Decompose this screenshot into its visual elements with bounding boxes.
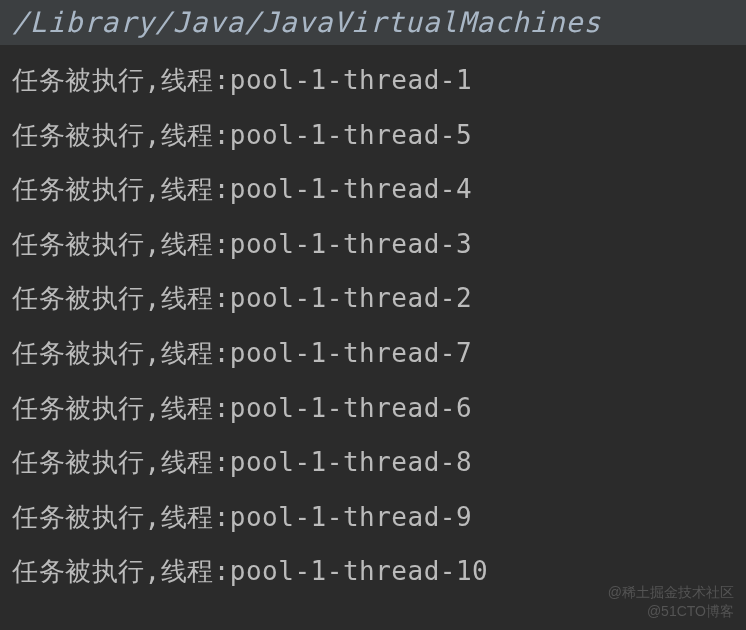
log-thread: pool-1-thread-9 [230,502,472,532]
log-prefix: 任务被执行,线程: [12,393,230,423]
log-prefix: 任务被执行,线程: [12,283,230,313]
log-thread: pool-1-thread-1 [230,65,472,95]
log-prefix: 任务被执行,线程: [12,65,230,95]
log-thread: pool-1-thread-5 [230,120,472,150]
log-line: 任务被执行,线程:pool-1-thread-7 [12,326,734,381]
console-output: 任务被执行,线程:pool-1-thread-1 任务被执行,线程:pool-1… [0,45,746,607]
log-thread: pool-1-thread-4 [230,174,472,204]
log-thread: pool-1-thread-10 [230,556,488,586]
log-prefix: 任务被执行,线程: [12,447,230,477]
log-thread: pool-1-thread-3 [230,229,472,259]
log-line: 任务被执行,线程:pool-1-thread-4 [12,162,734,217]
log-thread: pool-1-thread-6 [230,393,472,423]
log-line: 任务被执行,线程:pool-1-thread-3 [12,217,734,272]
log-prefix: 任务被执行,线程: [12,338,230,368]
log-thread: pool-1-thread-8 [230,447,472,477]
log-prefix: 任务被执行,线程: [12,502,230,532]
log-line: 任务被执行,线程:pool-1-thread-9 [12,490,734,545]
log-line: 任务被执行,线程:pool-1-thread-8 [12,435,734,490]
log-line: 任务被执行,线程:pool-1-thread-6 [12,381,734,436]
log-thread: pool-1-thread-7 [230,338,472,368]
log-prefix: 任务被执行,线程: [12,556,230,586]
log-prefix: 任务被执行,线程: [12,120,230,150]
watermark-line1: @稀土掘金技术社区 [608,583,734,603]
watermark: @稀土掘金技术社区 @51CTO博客 [608,583,734,622]
watermark-line2: @51CTO博客 [608,602,734,622]
header-path: /Library/Java/JavaVirtualMachines [0,0,746,45]
log-line: 任务被执行,线程:pool-1-thread-5 [12,108,734,163]
log-line: 任务被执行,线程:pool-1-thread-2 [12,271,734,326]
log-thread: pool-1-thread-2 [230,283,472,313]
log-prefix: 任务被执行,线程: [12,174,230,204]
log-line: 任务被执行,线程:pool-1-thread-1 [12,53,734,108]
log-prefix: 任务被执行,线程: [12,229,230,259]
